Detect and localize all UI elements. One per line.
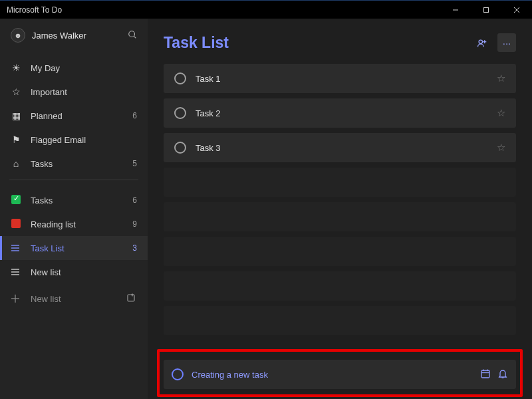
empty-row bbox=[164, 168, 516, 197]
minimize-button[interactable] bbox=[440, 1, 471, 19]
sidebar-custom-item[interactable]: ✓Tasks6 bbox=[0, 188, 148, 212]
smart-list-count: 6 bbox=[132, 111, 137, 120]
task-title: Task 1 bbox=[196, 74, 221, 84]
svg-rect-20 bbox=[481, 370, 489, 378]
empty-row bbox=[164, 202, 516, 231]
custom-list-label: Reading list bbox=[31, 219, 76, 229]
add-task-circle-icon bbox=[172, 368, 184, 380]
sidebar: ☻ James Walker ☀My Day☆Important▦Planned… bbox=[0, 19, 148, 399]
main-panel: Task List ··· Task 1☆Task 2☆Task 3☆ bbox=[148, 19, 532, 399]
close-button[interactable] bbox=[501, 1, 532, 19]
app-title: Microsoft To Do bbox=[7, 5, 62, 15]
custom-list-count: 3 bbox=[132, 243, 137, 253]
more-icon[interactable]: ··· bbox=[497, 33, 516, 52]
list-title[interactable]: Task List bbox=[164, 34, 229, 52]
custom-list-count: 9 bbox=[132, 219, 137, 229]
smart-list-label: My Day bbox=[31, 63, 60, 73]
smart-list-label: Important bbox=[31, 87, 67, 97]
svg-rect-14 bbox=[128, 295, 134, 301]
custom-list-label: New list bbox=[31, 267, 61, 277]
custom-list-label: Tasks bbox=[31, 196, 53, 205]
svg-point-17 bbox=[479, 40, 482, 43]
sidebar-custom-item[interactable]: Task List3 bbox=[0, 236, 148, 260]
due-date-icon[interactable] bbox=[480, 368, 491, 381]
share-list-icon[interactable] bbox=[472, 33, 491, 52]
svg-line-5 bbox=[134, 36, 136, 38]
task-title: Task 3 bbox=[196, 143, 221, 153]
user-name: James Walker bbox=[32, 31, 86, 41]
search-icon[interactable] bbox=[128, 30, 137, 41]
sidebar-smart-item[interactable]: ⌂Tasks5 bbox=[0, 152, 148, 176]
smart-list-icon: ⌂ bbox=[11, 158, 21, 169]
reminder-icon[interactable] bbox=[497, 368, 508, 381]
plus-icon bbox=[11, 294, 21, 303]
smart-list-label: Planned bbox=[31, 111, 63, 121]
user-row[interactable]: ☻ James Walker bbox=[0, 28, 148, 52]
add-task-input[interactable] bbox=[192, 370, 472, 380]
task-row[interactable]: Task 3☆ bbox=[164, 133, 516, 162]
custom-list-icon bbox=[11, 244, 21, 252]
sidebar-smart-item[interactable]: ⚑Flagged Email bbox=[0, 128, 148, 152]
empty-row bbox=[164, 271, 516, 301]
complete-circle-icon[interactable] bbox=[174, 107, 186, 119]
empty-row bbox=[164, 306, 516, 335]
smart-list-icon: ☆ bbox=[11, 86, 21, 97]
nav-divider bbox=[9, 180, 138, 180]
maximize-button[interactable] bbox=[471, 1, 501, 19]
svg-point-4 bbox=[129, 31, 135, 37]
task-row[interactable]: Task 2☆ bbox=[164, 98, 516, 128]
titlebar: Microsoft To Do bbox=[0, 0, 532, 19]
complete-circle-icon[interactable] bbox=[174, 142, 186, 154]
sidebar-custom-item[interactable]: Reading list9 bbox=[0, 212, 148, 236]
window-controls bbox=[440, 1, 532, 19]
custom-list-label: Task List bbox=[31, 243, 65, 253]
smart-list-icon: ⚑ bbox=[11, 134, 21, 145]
new-group-icon[interactable] bbox=[126, 293, 137, 305]
avatar: ☻ bbox=[11, 28, 25, 43]
smart-list-label: Tasks bbox=[31, 159, 53, 169]
star-icon[interactable]: ☆ bbox=[497, 107, 505, 119]
custom-list-icon bbox=[11, 219, 21, 230]
star-icon[interactable]: ☆ bbox=[497, 142, 505, 154]
sidebar-smart-item[interactable]: ▦Planned6 bbox=[0, 104, 148, 128]
task-row[interactable]: Task 1☆ bbox=[164, 64, 516, 93]
star-icon[interactable]: ☆ bbox=[497, 72, 505, 84]
sidebar-smart-item[interactable]: ☆Important bbox=[0, 80, 148, 104]
custom-list-icon: ✓ bbox=[11, 195, 21, 206]
sidebar-smart-item[interactable]: ☀My Day bbox=[0, 56, 148, 80]
custom-list-count: 6 bbox=[132, 196, 137, 205]
smart-list-icon: ▦ bbox=[11, 110, 21, 121]
custom-list-icon bbox=[11, 268, 21, 276]
task-title: Task 2 bbox=[196, 108, 221, 118]
sidebar-custom-item[interactable]: New list bbox=[0, 260, 148, 284]
empty-row bbox=[164, 237, 516, 266]
add-task-bar[interactable] bbox=[164, 360, 516, 389]
new-list-row[interactable]: New list bbox=[0, 285, 148, 312]
smart-list-icon: ☀ bbox=[11, 63, 21, 73]
new-list-label: New list bbox=[31, 294, 61, 304]
svg-rect-1 bbox=[484, 7, 489, 12]
smart-list-count: 5 bbox=[132, 159, 137, 168]
smart-list-label: Flagged Email bbox=[31, 135, 86, 145]
complete-circle-icon[interactable] bbox=[174, 72, 186, 84]
